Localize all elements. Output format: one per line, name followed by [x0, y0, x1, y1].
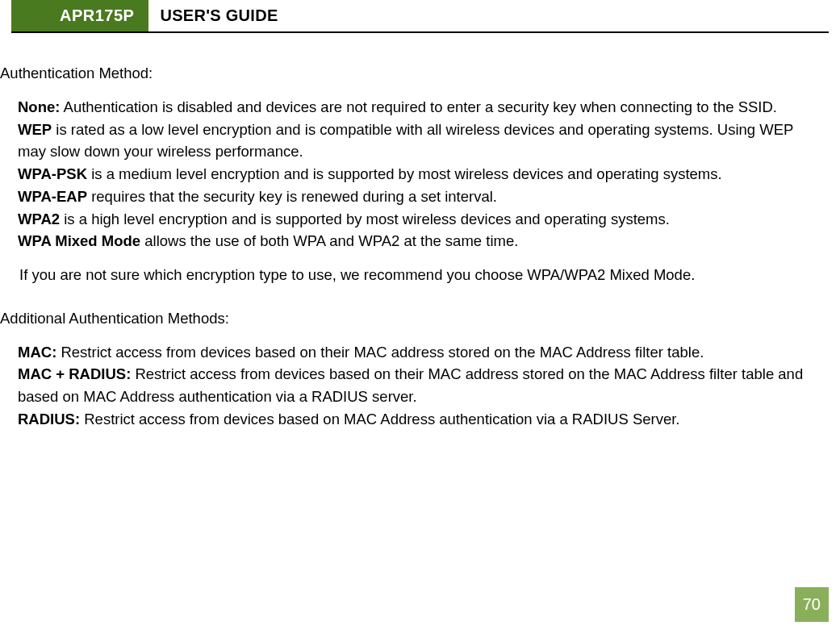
- auth-item-wpa-eap: WPA-EAP requires that the security key i…: [18, 186, 821, 208]
- auth-label: WEP: [18, 121, 52, 138]
- auth-label: WPA-PSK: [18, 165, 87, 182]
- additional-label: RADIUS:: [18, 411, 80, 427]
- additional-text: Restrict access from devices based on MA…: [80, 411, 679, 427]
- auth-item-wpa-mixed: WPA Mixed Mode allows the use of both WP…: [18, 230, 821, 252]
- auth-item-wep: WEP is rated as a low level encryption a…: [18, 119, 821, 164]
- auth-item-wpa2: WPA2 is a high level encryption and is s…: [18, 208, 821, 231]
- page-number: 70: [795, 587, 829, 622]
- auth-text: is rated as a low level encryption and i…: [18, 121, 793, 161]
- additional-methods-block: MAC: Restrict access from devices based …: [18, 341, 821, 431]
- document-title: USER'S GUIDE: [148, 0, 289, 31]
- auth-text: allows the use of both WPA and WPA2 at t…: [140, 232, 518, 249]
- auth-item-none: None: Authentication is disabled and dev…: [18, 96, 821, 119]
- auth-text: is a high level encryption and is suppor…: [60, 211, 670, 227]
- auth-text: is a medium level encryption and is supp…: [87, 165, 722, 182]
- additional-label: MAC + RADIUS:: [18, 365, 131, 382]
- document-header: APR175P USER'S GUIDE: [11, 0, 829, 33]
- section-heading-additional: Additional Authentication Methods:: [0, 307, 840, 330]
- auth-item-wpa-psk: WPA-PSK is a medium level encryption and…: [18, 163, 821, 186]
- document-content: Authentication Method: None: Authenticat…: [0, 33, 840, 431]
- section-heading-auth: Authentication Method:: [0, 62, 840, 85]
- additional-item-mac-radius: MAC + RADIUS: Restrict access from devic…: [18, 363, 821, 408]
- auth-label: None:: [18, 98, 60, 115]
- auth-label: WPA Mixed Mode: [18, 232, 140, 249]
- additional-text: Restrict access from devices based on th…: [18, 365, 803, 405]
- additional-item-radius: RADIUS: Restrict access from devices bas…: [18, 408, 821, 431]
- auth-text: Authentication is disabled and devices a…: [60, 98, 777, 115]
- recommendation-text: If you are not sure which encryption typ…: [19, 264, 821, 286]
- additional-item-mac: MAC: Restrict access from devices based …: [18, 341, 821, 364]
- additional-text: Restrict access from devices based on th…: [56, 344, 704, 361]
- additional-label: MAC:: [18, 344, 56, 361]
- auth-methods-block: None: Authentication is disabled and dev…: [18, 96, 821, 252]
- auth-label: WPA2: [18, 211, 60, 227]
- auth-label: WPA-EAP: [18, 188, 87, 205]
- auth-text: requires that the security key is renewe…: [87, 188, 497, 205]
- model-badge: APR175P: [11, 0, 148, 31]
